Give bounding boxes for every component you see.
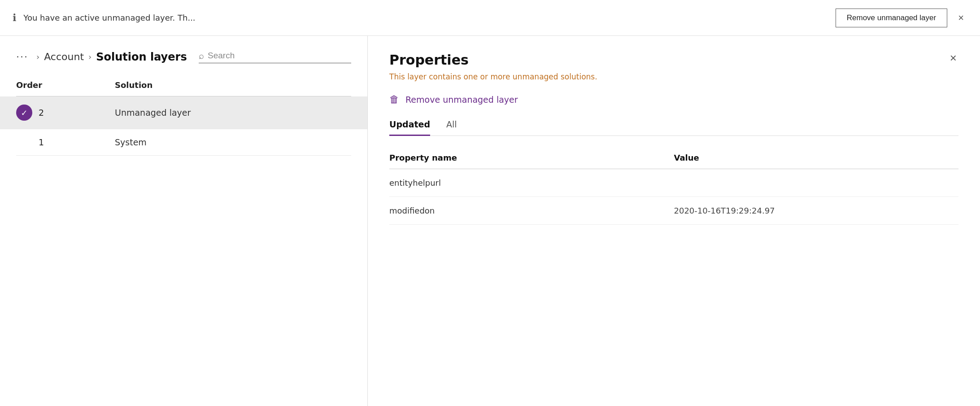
solution-name: Unmanaged layer xyxy=(115,108,351,118)
panel-title: Properties xyxy=(389,52,597,68)
search-input[interactable] xyxy=(208,51,351,61)
remove-unmanaged-row[interactable]: 🗑 Remove unmanaged layer xyxy=(389,94,958,105)
remove-unmanaged-button[interactable]: Remove unmanaged layer xyxy=(836,9,947,27)
prop-name-modifiedon: modifiedon xyxy=(389,206,674,215)
tab-updated[interactable]: Updated xyxy=(389,119,430,136)
props-row-modifiedon: modifiedon 2020-10-16T19:29:24.97 xyxy=(389,197,958,225)
prop-value-modifiedon: 2020-10-16T19:29:24.97 xyxy=(674,206,959,215)
order-cell: 1 xyxy=(16,137,115,147)
checkmark-icon: ✓ xyxy=(21,108,27,118)
remove-unmanaged-label: Remove unmanaged layer xyxy=(405,95,518,105)
properties-table: Property name Value entityhelpurl modifi… xyxy=(389,147,958,225)
left-panel: ··· › Account › Solution layers ⌕ Order … xyxy=(0,36,368,406)
table-area: Order Solution ✓ 2 Unmanaged layer 1 Sys… xyxy=(0,74,367,406)
props-col-value: Value xyxy=(674,153,959,162)
notification-close-button[interactable]: × xyxy=(954,10,967,26)
properties-panel: Properties This layer contains one or mo… xyxy=(368,36,980,406)
tab-all[interactable]: All xyxy=(446,119,457,136)
breadcrumb-account[interactable]: Account xyxy=(44,51,84,62)
order-cell: ✓ 2 xyxy=(16,105,115,121)
check-circle: ✓ xyxy=(16,105,32,121)
panel-header-content: Properties This layer contains one or mo… xyxy=(389,52,597,94)
table-row[interactable]: ✓ 2 Unmanaged layer xyxy=(0,96,367,129)
table-row[interactable]: 1 System xyxy=(16,129,351,156)
chevron-icon-2: › xyxy=(88,52,91,61)
tabs-row: Updated All xyxy=(389,119,958,136)
search-icon: ⌕ xyxy=(199,50,204,61)
trash-icon: 🗑 xyxy=(389,94,399,105)
notification-bar: ℹ You have an active unmanaged layer. Th… xyxy=(0,0,980,36)
prop-name-entityhelpurl: entityhelpurl xyxy=(389,178,674,188)
solution-name: System xyxy=(115,137,351,147)
breadcrumb-row: ··· › Account › Solution layers ⌕ xyxy=(0,36,367,74)
panel-close-button[interactable]: × xyxy=(948,52,958,64)
table-header: Order Solution xyxy=(16,74,351,96)
order-number: 1 xyxy=(39,137,44,147)
props-row-entityhelpurl: entityhelpurl xyxy=(389,169,958,197)
column-header-order: Order xyxy=(16,80,115,90)
order-number: 2 xyxy=(39,108,44,118)
search-container: ⌕ xyxy=(199,50,351,63)
props-col-name: Property name xyxy=(389,153,674,162)
breadcrumb-dots[interactable]: ··· xyxy=(16,51,28,62)
panel-subtitle: This layer contains one or more unmanage… xyxy=(389,72,597,81)
props-header-row: Property name Value xyxy=(389,147,958,169)
main-area: ··· › Account › Solution layers ⌕ Order … xyxy=(0,36,980,406)
notification-text: You have an active unmanaged layer. Th..… xyxy=(23,13,828,22)
chevron-icon-1: › xyxy=(36,52,39,61)
column-header-solution: Solution xyxy=(115,80,351,90)
breadcrumb-solution-layers: Solution layers xyxy=(96,51,187,63)
info-icon: ℹ xyxy=(13,12,16,23)
panel-header-row: Properties This layer contains one or mo… xyxy=(389,52,958,94)
